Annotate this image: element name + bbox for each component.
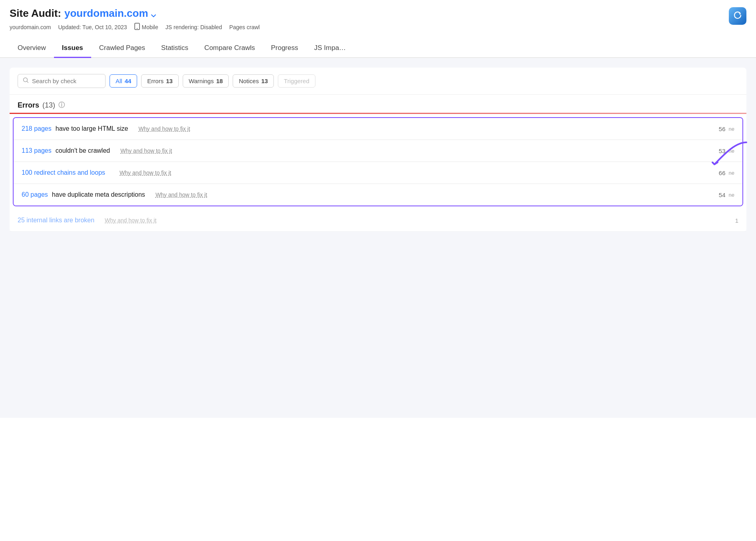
tab-statistics[interactable]: Statistics <box>153 39 196 58</box>
tab-overview[interactable]: Overview <box>10 39 54 58</box>
section-header: Errors (13) ⓘ <box>10 95 746 113</box>
issue-pages-link[interactable]: 60 pages <box>22 191 48 198</box>
refresh-icon <box>733 11 742 22</box>
filter-triggered-button[interactable]: Triggered <box>278 74 315 88</box>
section-container: Errors (13) ⓘ 218 pages have too large H… <box>10 95 746 232</box>
tab-progress[interactable]: Progress <box>263 39 306 58</box>
domain-text: yourdomain.com <box>64 7 148 20</box>
filter-errors-button[interactable]: Errors 13 <box>141 74 179 88</box>
header-left: Site Audit: yourdomain.com yourdomain.co… <box>10 7 260 31</box>
issue-right: 53 ne <box>702 148 734 154</box>
issue-why-link[interactable]: Why and how to fix it <box>120 170 171 176</box>
filter-bar: All 44 Errors 13 Warnings 18 Notices 13 … <box>10 68 746 95</box>
issue-pages-link[interactable]: 113 pages <box>22 147 52 154</box>
issue-right: 1 <box>706 217 738 224</box>
meta-pages: Pages crawl <box>229 24 259 30</box>
issue-row[interactable]: 113 pages couldn't be crawled Why and ho… <box>14 140 742 162</box>
svg-point-1 <box>137 28 138 29</box>
highlighted-group-wrapper: 218 pages have too large HTML size Why a… <box>10 117 746 206</box>
issue-right: 54 ne <box>702 192 734 198</box>
issue-suffix: ne <box>729 170 734 176</box>
issue-left: 25 internal links are broken Why and how… <box>18 217 706 224</box>
issue-suffix: ne <box>729 126 734 132</box>
issue-text: have duplicate meta descriptions <box>52 191 145 198</box>
filter-notices-label: Notices <box>239 78 259 84</box>
header: Site Audit: yourdomain.com yourdomain.co… <box>0 0 756 35</box>
issue-pages-link[interactable]: 25 internal links are broken <box>18 217 94 224</box>
issue-left: 100 redirect chains and loops Why and ho… <box>22 169 702 176</box>
refresh-button[interactable] <box>729 7 746 25</box>
chevron-down-icon <box>150 10 157 17</box>
filter-warnings-label: Warnings <box>189 78 214 84</box>
nav-tabs: Overview Issues Crawled Pages Statistics… <box>0 39 756 58</box>
section-title: Errors (13) ⓘ <box>18 101 738 110</box>
section-title-text: Errors <box>18 101 39 110</box>
meta-domain: yourdomain.com <box>10 24 51 30</box>
issue-why-link[interactable]: Why and how to fix it <box>156 192 207 198</box>
site-audit-title: Site Audit: yourdomain.com <box>10 7 260 20</box>
issue-pages-link[interactable]: 100 redirect chains and loops <box>22 169 105 176</box>
issue-left: 218 pages have too large HTML size Why a… <box>22 125 702 132</box>
content-area: All 44 Errors 13 Warnings 18 Notices 13 … <box>0 58 756 418</box>
issue-text: have too large HTML size <box>56 125 128 132</box>
tab-issues[interactable]: Issues <box>54 39 91 58</box>
highlighted-issues-group: 218 pages have too large HTML size Why a… <box>13 117 743 206</box>
filter-warnings-button[interactable]: Warnings 18 <box>183 74 229 88</box>
issue-left: 113 pages couldn't be crawled Why and ho… <box>22 147 702 154</box>
filter-notices-button[interactable]: Notices 13 <box>233 74 274 88</box>
site-audit-label: Site Audit: <box>10 7 61 20</box>
search-box[interactable] <box>18 74 106 88</box>
info-icon[interactable]: ⓘ <box>58 101 65 110</box>
search-icon <box>23 77 29 85</box>
mobile-icon <box>134 23 140 31</box>
issue-suffix: ne <box>729 148 734 154</box>
meta-device: Mobile <box>134 23 158 31</box>
issue-number: 56 <box>719 126 726 132</box>
issue-right: 66 ne <box>702 170 734 176</box>
filter-errors-label: Errors <box>147 78 164 84</box>
issue-why-link[interactable]: Why and how to fix it <box>120 148 172 154</box>
issue-row-last[interactable]: 25 internal links are broken Why and how… <box>10 210 746 232</box>
meta-device-label: Mobile <box>142 24 158 30</box>
issue-pages-link[interactable]: 218 pages <box>22 125 52 132</box>
tab-compare-crawls[interactable]: Compare Crawls <box>196 39 263 58</box>
section-count: (13) <box>42 101 55 110</box>
issue-row[interactable]: 100 redirect chains and loops Why and ho… <box>14 162 742 184</box>
filter-errors-count: 13 <box>166 78 173 84</box>
issue-left: 60 pages have duplicate meta description… <box>22 191 702 198</box>
filter-all-label: All <box>116 78 122 84</box>
issues-list: 218 pages have too large HTML size Why a… <box>10 117 746 232</box>
domain-link[interactable]: yourdomain.com <box>64 7 157 20</box>
filter-triggered-label: Triggered <box>284 78 309 84</box>
issue-number: 1 <box>735 217 738 224</box>
tab-js-impact-label: JS Impa… <box>314 44 346 52</box>
filter-warnings-count: 18 <box>216 78 223 84</box>
issue-number: 66 <box>719 170 726 176</box>
filter-all-button[interactable]: All 44 <box>110 74 137 88</box>
issue-number: 54 <box>719 192 726 198</box>
search-input[interactable] <box>32 78 96 84</box>
filter-all-count: 44 <box>125 78 132 84</box>
error-red-bar <box>10 113 746 114</box>
tab-js-impact[interactable]: JS Impa… <box>306 39 346 58</box>
issue-right: 56 ne <box>702 126 734 132</box>
issue-row[interactable]: 60 pages have duplicate meta description… <box>14 184 742 206</box>
issue-why-link[interactable]: Why and how to fix it <box>105 217 156 224</box>
tab-crawled-pages[interactable]: Crawled Pages <box>91 39 153 58</box>
issue-why-link[interactable]: Why and how to fix it <box>138 126 190 132</box>
issue-text: couldn't be crawled <box>56 147 110 154</box>
issue-number: 53 <box>719 148 726 154</box>
header-meta: yourdomain.com Updated: Tue, Oct 10, 202… <box>10 23 260 31</box>
issue-row[interactable]: 218 pages have too large HTML size Why a… <box>14 118 742 140</box>
issue-suffix: ne <box>729 192 734 198</box>
meta-updated: Updated: Tue, Oct 10, 2023 <box>58 24 127 30</box>
filter-notices-count: 13 <box>261 78 268 84</box>
meta-js: JS rendering: Disabled <box>166 24 222 30</box>
